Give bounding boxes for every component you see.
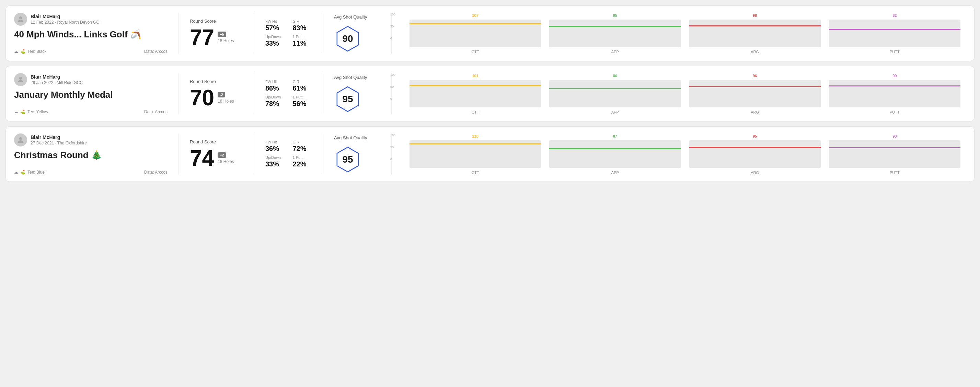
- bar-value-putt: 82: [892, 13, 897, 17]
- oneputt-label-round1: 1 Putt: [293, 35, 312, 39]
- bar-line-ott: [409, 85, 541, 86]
- hexagon-wrapper-round2: 95: [334, 86, 361, 113]
- bar-container-arg: [689, 80, 821, 107]
- bar-container-putt: [829, 140, 961, 168]
- gir-label-round2: GIR: [293, 79, 312, 84]
- oneputt-value-round2: 56%: [293, 100, 312, 108]
- quality-label-round3: Avg Shot Quality: [334, 135, 367, 140]
- player-info-round2: Blair McHarg 29 Jan 2022 · Mill Ride GCC: [14, 73, 167, 86]
- stats-section-round3: FW Hit 36% GIR 72% Up/Down 33% 1 Putt 22…: [255, 133, 323, 174]
- stat-updown-round3: Up/Down 33%: [265, 155, 285, 168]
- bar-group-ott: 107 OTT: [409, 13, 541, 54]
- updown-label-round1: Up/Down: [265, 35, 285, 39]
- bar-line-app: [549, 26, 681, 27]
- bar-group-app: 87 APP: [549, 134, 681, 174]
- stat-oneputt-round1: 1 Putt 11%: [293, 35, 312, 48]
- score-section-round3: Round Score 74 +2 18 Holes: [179, 133, 255, 174]
- fw-hit-label-round3: FW Hit: [265, 140, 285, 144]
- bar-container-app: [549, 140, 681, 168]
- player-meta-round1: 12 Feb 2022 · Royal North Devon GC: [30, 20, 99, 25]
- y-axis: 100 50 0: [390, 13, 395, 40]
- bar-value-ott: 107: [472, 13, 478, 17]
- hexagon-score-round2: 95: [342, 94, 353, 105]
- bar-container-putt: [829, 80, 961, 107]
- round-title-round3: Christmas Round 🎄: [14, 150, 167, 160]
- bar-container-ott: [409, 19, 541, 47]
- bar-value-putt: 99: [892, 74, 897, 78]
- updown-value-round3: 33%: [265, 160, 285, 168]
- bar-container-arg: [689, 140, 821, 168]
- fw-hit-label-round2: FW Hit: [265, 79, 285, 84]
- holes-label-round3: 18 Holes: [218, 159, 234, 164]
- stat-gir-round2: GIR 61%: [293, 79, 312, 92]
- player-info-round1: Blair McHarg 12 Feb 2022 · Royal North D…: [14, 13, 167, 26]
- quality-label-round1: Avg Shot Quality: [334, 14, 367, 19]
- oneputt-label-round3: 1 Putt: [293, 155, 312, 160]
- round-card-round1: Blair McHarg 12 Feb 2022 · Royal North D…: [5, 5, 975, 61]
- bar-line-putt: [829, 86, 961, 86]
- bar-label-putt: PUTT: [890, 110, 900, 114]
- round-title-round2: January Monthly Medal: [14, 90, 167, 100]
- bar-group-app: 86 APP: [549, 74, 681, 114]
- score-badge-round3: +2 18 Holes: [218, 152, 234, 164]
- bar-bg: [409, 144, 541, 168]
- quality-label-round2: Avg Shot Quality: [334, 75, 367, 80]
- stat-oneputt-round2: 1 Putt 56%: [293, 95, 312, 108]
- chart-section-round1: 100 50 0 107 OTT 95 APP: [391, 13, 966, 54]
- updown-value-round1: 33%: [265, 40, 285, 48]
- player-text-round2: Blair McHarg 29 Jan 2022 · Mill Ride GCC: [30, 74, 83, 85]
- bar-label-arg: ARG: [751, 171, 759, 174]
- bottom-info-round2: ☁ ⛳ Tee: Yellow Data: Arccos: [14, 109, 167, 114]
- stat-fw-hit-round2: FW Hit 86%: [265, 79, 285, 92]
- stats-grid-round1: FW Hit 57% GIR 83% Up/Down 33% 1 Putt 11…: [265, 19, 312, 48]
- bar-chart: 107 OTT 95 APP 98: [409, 13, 961, 54]
- oneputt-value-round3: 22%: [293, 160, 312, 168]
- hexagon-wrapper-round1: 90: [334, 25, 361, 52]
- bar-chart-wrapper: 100 50 0 110 OTT 87 APP: [400, 133, 961, 174]
- bar-bg: [409, 24, 541, 47]
- stats-grid-round3: FW Hit 36% GIR 72% Up/Down 33% 1 Putt 22…: [265, 140, 312, 168]
- quality-section-round2: Avg Shot Quality 95: [323, 73, 391, 114]
- data-source-round2: Data: Arccos: [144, 109, 167, 114]
- golf-icon: ⛳: [20, 170, 25, 174]
- hexagon-round3: 95: [334, 146, 361, 173]
- bar-bg: [689, 148, 821, 168]
- oneputt-value-round1: 11%: [293, 40, 312, 48]
- bar-label-putt: PUTT: [890, 50, 900, 54]
- bar-container-ott: [409, 80, 541, 107]
- gir-value-round1: 83%: [293, 24, 312, 32]
- bar-group-putt: 93 PUTT: [829, 134, 961, 174]
- player-meta-round2: 29 Jan 2022 · Mill Ride GCC: [30, 80, 83, 85]
- player-name-round3: Blair McHarg: [30, 135, 87, 140]
- score-modifier-round3: +2: [218, 152, 226, 158]
- score-badge-round1: +5 18 Holes: [218, 32, 234, 43]
- bar-label-app: APP: [611, 171, 619, 174]
- bar-line-putt: [829, 147, 961, 148]
- chart-section-round3: 100 50 0 110 OTT 87 APP: [391, 133, 966, 174]
- cloud-icon: ☁: [14, 109, 18, 114]
- score-number-round2: 70: [190, 87, 214, 109]
- left-section-round2: Blair McHarg 29 Jan 2022 · Mill Ride GCC…: [14, 73, 179, 114]
- bar-line-arg: [689, 86, 821, 87]
- score-section-round2: Round Score 70 -2 18 Holes: [179, 73, 255, 114]
- bar-line-ott: [409, 23, 541, 24]
- avatar-round3: [14, 133, 27, 146]
- bar-label-app: APP: [611, 50, 619, 54]
- score-label-round1: Round Score: [190, 19, 243, 24]
- gir-value-round2: 61%: [293, 84, 312, 92]
- score-display-round3: 74 +2 18 Holes: [190, 147, 243, 169]
- cloud-icon: ☁: [14, 49, 18, 54]
- bar-bg: [829, 86, 961, 107]
- stat-gir-round3: GIR 72%: [293, 140, 312, 153]
- bar-value-app: 86: [613, 74, 617, 78]
- chart-section-round2: 100 50 0 101 OTT 86 APP: [391, 73, 966, 114]
- gir-value-round3: 72%: [293, 145, 312, 153]
- updown-label-round2: Up/Down: [265, 95, 285, 99]
- round-card-round2: Blair McHarg 29 Jan 2022 · Mill Ride GCC…: [5, 66, 975, 121]
- hexagon-wrapper-round3: 95: [334, 146, 361, 173]
- updown-label-round3: Up/Down: [265, 155, 285, 160]
- bottom-info-round1: ☁ ⛳ Tee: Black Data: Arccos: [14, 49, 167, 54]
- svg-point-1: [19, 77, 22, 79]
- bar-group-app: 95 APP: [549, 13, 681, 54]
- updown-value-round2: 78%: [265, 100, 285, 108]
